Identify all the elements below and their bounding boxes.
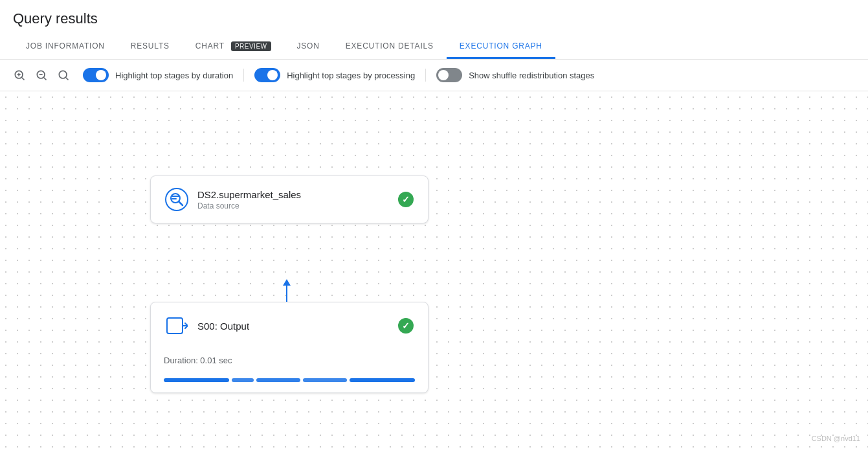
- divider-2: [425, 69, 426, 82]
- zoom-reset-button[interactable]: [54, 66, 72, 84]
- svg-point-7: [59, 71, 67, 78]
- datasource-name: DS2.supermarket_sales: [197, 189, 389, 200]
- tab-bar: JOB INFORMATIONRESULTSCHART PREVIEWJSONE…: [13, 35, 855, 59]
- output-name: S00: Output: [197, 321, 389, 332]
- graph-canvas: DS2.supermarket_sales Data source ✓ 1K r…: [0, 91, 868, 448]
- output-header: S00: Output ✓: [164, 313, 415, 339]
- tab-execution-graph[interactable]: EXECUTION GRAPH: [447, 35, 555, 59]
- svg-point-9: [166, 188, 188, 210]
- output-duration: Duration: 0.01 sec: [164, 356, 232, 365]
- tab-badge-preview: PREVIEW: [231, 41, 271, 51]
- toggle-processing-group: ✓ Highlight top stages by processing: [254, 68, 415, 82]
- toolbar: ✓ Highlight top stages by duration ✓ Hig…: [0, 60, 868, 91]
- tab-chart[interactable]: CHART PREVIEW: [183, 35, 284, 59]
- toggle-duration-group: ✓ Highlight top stages by duration: [83, 68, 233, 82]
- divider-1: [243, 69, 244, 82]
- output-status: ✓: [397, 317, 415, 335]
- toggle-processing-label: Highlight top stages by processing: [287, 71, 415, 80]
- toggle-shuffle-slider: [436, 68, 462, 82]
- datasource-subtitle: Data source: [197, 201, 389, 210]
- output-node[interactable]: S00: Output ✓ Duration: 0.01 sec: [150, 302, 428, 393]
- datasource-status: ✓: [397, 190, 415, 209]
- datasource-node[interactable]: DS2.supermarket_sales Data source ✓: [150, 176, 428, 223]
- page-title: Query results: [13, 10, 855, 35]
- toggle-shuffle-group: Show shuffle redistribution stages: [436, 68, 594, 82]
- svg-rect-13: [172, 198, 177, 199]
- tab-execution-details[interactable]: EXECUTION DETAILS: [333, 35, 447, 59]
- progress-seg-4: [303, 378, 347, 382]
- toggle-processing-slider: ✓: [254, 68, 280, 82]
- output-check-icon: ✓: [398, 318, 414, 334]
- page-header: Query results JOB INFORMATIONRESULTSCHAR…: [0, 0, 868, 60]
- progress-seg-3: [256, 378, 300, 382]
- toggle-shuffle[interactable]: [436, 68, 462, 82]
- toggle-duration[interactable]: ✓: [83, 68, 109, 82]
- zoom-in-button[interactable]: [10, 66, 28, 84]
- svg-rect-12: [172, 196, 179, 197]
- progress-seg-2: [232, 378, 254, 382]
- tab-job-information[interactable]: JOB INFORMATION: [13, 35, 118, 59]
- svg-line-3: [22, 78, 25, 80]
- svg-rect-14: [167, 318, 183, 334]
- arrow-head-up: [283, 279, 291, 286]
- output-icon: [164, 313, 190, 339]
- datasource-info: DS2.supermarket_sales Data source: [197, 189, 389, 210]
- output-progress-bar: [164, 378, 415, 382]
- toggle-duration-slider: ✓: [83, 68, 109, 82]
- svg-line-8: [66, 78, 69, 80]
- tab-results[interactable]: RESULTS: [118, 35, 183, 59]
- tab-json[interactable]: JSON: [284, 35, 333, 59]
- datasource-icon: [164, 187, 190, 212]
- watermark: CSDN @nvd11: [812, 435, 860, 442]
- svg-line-11: [179, 201, 183, 205]
- progress-seg-1: [164, 378, 229, 382]
- zoom-controls: [10, 66, 72, 84]
- datasource-check-icon: ✓: [398, 192, 414, 207]
- toggle-shuffle-label: Show shuffle redistribution stages: [469, 71, 594, 80]
- output-info: S00: Output: [197, 321, 389, 332]
- progress-seg-5: [350, 378, 415, 382]
- zoom-out-button[interactable]: [32, 66, 50, 84]
- svg-line-6: [44, 78, 47, 80]
- arrow-line-1: [286, 286, 287, 295]
- toggle-duration-label: Highlight top stages by duration: [115, 71, 233, 80]
- toggle-processing[interactable]: ✓: [254, 68, 280, 82]
